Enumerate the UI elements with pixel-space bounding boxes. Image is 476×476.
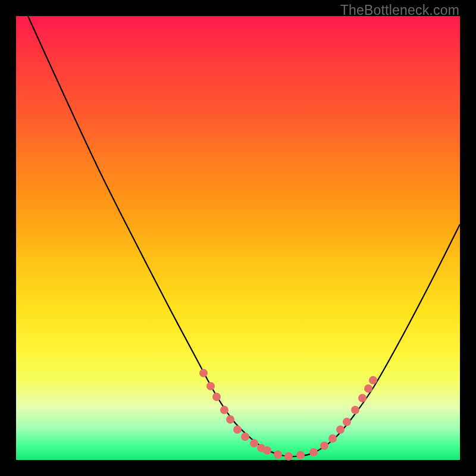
highlight-dot bbox=[274, 450, 282, 459]
highlight-dot bbox=[358, 394, 367, 402]
highlight-dot bbox=[351, 406, 359, 414]
highlight-dot bbox=[199, 369, 208, 377]
highlight-dot bbox=[263, 446, 271, 455]
highlight-dot bbox=[250, 439, 258, 447]
highlight-dot bbox=[296, 451, 305, 459]
highlight-dot bbox=[220, 406, 228, 414]
highlight-dot bbox=[241, 433, 249, 441]
highlight-dot bbox=[309, 448, 318, 456]
highlight-dot bbox=[206, 382, 215, 390]
highlight-dots-group bbox=[199, 369, 377, 461]
highlight-dot bbox=[284, 452, 293, 461]
highlight-dot bbox=[320, 441, 328, 450]
bottleneck-curve-line bbox=[28, 16, 460, 456]
highlight-dot bbox=[212, 393, 221, 401]
highlight-dot bbox=[233, 425, 242, 434]
chart-svg bbox=[16, 16, 460, 460]
highlight-dot bbox=[336, 425, 345, 434]
highlight-dot bbox=[369, 376, 377, 384]
watermark-text: TheBottleneck.com bbox=[340, 2, 459, 18]
highlight-dot bbox=[328, 434, 337, 443]
highlight-dot bbox=[343, 418, 351, 426]
highlight-dot bbox=[364, 384, 372, 393]
chart-frame: TheBottleneck.com bbox=[0, 0, 476, 476]
highlight-dot bbox=[226, 415, 234, 424]
